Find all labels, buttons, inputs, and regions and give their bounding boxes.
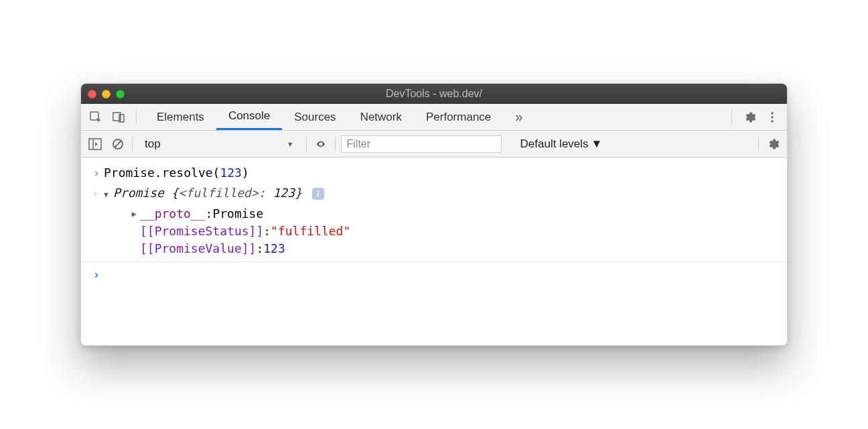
internal-slot-key: [[PromiseStatus]] (140, 223, 263, 240)
tab-performance[interactable]: Performance (414, 104, 503, 130)
log-levels-select[interactable]: Default levels ▼ (507, 137, 603, 151)
entered-expression: Promise.resolve(123) (104, 164, 249, 182)
console-settings-icon[interactable] (764, 135, 782, 153)
window-title: DevTools - web.dev/ (88, 88, 780, 100)
console-output: › Promise.resolve(123) ‹· Promise {<fulf… (81, 158, 787, 345)
prompt-icon: › (89, 266, 104, 284)
context-label: top (145, 137, 161, 151)
tab-elements[interactable]: Elements (145, 104, 216, 130)
svg-point-3 (771, 112, 774, 115)
more-tabs-icon[interactable]: » (507, 109, 530, 125)
info-badge-icon[interactable]: i (312, 188, 324, 200)
console-prompt-row[interactable]: › (81, 261, 787, 285)
minimize-window-button[interactable] (102, 90, 111, 99)
disclosure-triangle-icon[interactable] (104, 186, 113, 204)
titlebar[interactable]: DevTools - web.dev/ (81, 84, 787, 104)
filter-input[interactable] (341, 135, 502, 153)
tab-sources[interactable]: Sources (282, 104, 348, 130)
tab-network[interactable]: Network (348, 104, 414, 130)
output-prompt-icon: ‹· (89, 184, 104, 202)
internal-slot-value: "fulfilled" (271, 223, 350, 240)
window-controls (88, 90, 125, 99)
dropdown-triangle-icon: ▼ (287, 140, 294, 148)
result-summary: Promise {<fulfilled>: 123} i (104, 184, 324, 204)
divider (136, 110, 137, 125)
tab-console[interactable]: Console (216, 104, 282, 130)
internal-slot-value: 123 (263, 240, 285, 257)
svg-point-5 (771, 120, 774, 123)
toggle-sidebar-icon[interactable] (86, 135, 104, 153)
kebab-menu-icon[interactable] (763, 108, 782, 127)
close-window-button[interactable] (88, 90, 96, 99)
devtools-window: DevTools - web.dev/ Elements Console Sou… (80, 83, 788, 346)
console-toolbar: top ▼ Default levels ▼ (81, 131, 787, 158)
divider (731, 110, 732, 125)
divider (132, 137, 133, 151)
svg-point-4 (771, 116, 774, 119)
inspect-element-icon[interactable] (86, 108, 105, 127)
disclosure-triangle-icon[interactable] (128, 205, 140, 223)
levels-label: Default levels (520, 137, 589, 151)
proto-key: __proto__ (140, 205, 206, 223)
zoom-window-button[interactable] (116, 90, 125, 99)
proto-value: Promise (212, 205, 263, 223)
promise-value-row[interactable]: [[PromiseValue]]: 123 (104, 240, 787, 257)
toggle-device-icon[interactable] (109, 108, 128, 127)
console-result-row[interactable]: ‹· Promise {<fulfilled>: 123} i (81, 183, 787, 205)
dropdown-triangle-icon: ▼ (591, 137, 603, 151)
execution-context-select[interactable]: top ▼ (138, 137, 301, 151)
clear-console-icon[interactable] (109, 135, 127, 153)
svg-line-9 (115, 141, 121, 147)
proto-row[interactable]: __proto__: Promise (104, 205, 787, 223)
internal-slot-key: [[PromiseValue]] (140, 240, 256, 257)
divider (335, 137, 336, 151)
live-expression-icon[interactable] (312, 135, 330, 153)
promise-status-row[interactable]: [[PromiseStatus]]: "fulfilled" (104, 223, 787, 240)
input-prompt-icon: › (89, 164, 104, 182)
divider (758, 137, 759, 151)
main-tabbar: Elements Console Sources Network Perform… (81, 104, 787, 131)
settings-icon[interactable] (740, 108, 759, 127)
console-input-row[interactable]: › Promise.resolve(123) (81, 163, 787, 183)
panel-tabs: Elements Console Sources Network Perform… (145, 104, 503, 130)
object-tree: __proto__: Promise [[PromiseStatus]]: "f… (81, 205, 787, 257)
divider (306, 137, 307, 151)
